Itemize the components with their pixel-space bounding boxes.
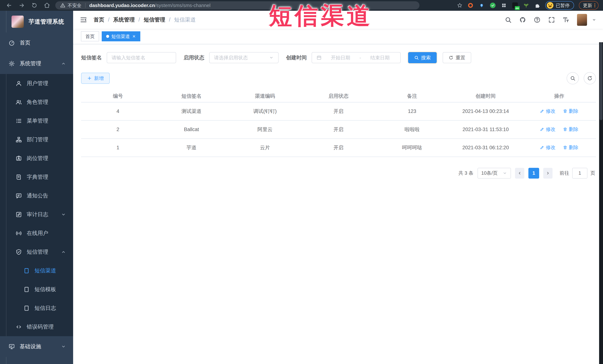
edit-label: 修改 [546,108,556,114]
page-scrollbar[interactable] [599,42,603,364]
browser-home-icon[interactable] [44,2,50,9]
date-start-placeholder[interactable]: 开始日期 [325,55,357,61]
tab-label: 短信渠道 [111,33,130,40]
search-button[interactable]: 搜索 [408,52,437,63]
date-filter-label: 创建时间 [286,54,307,61]
top-navbar: 首页 / 系统管理 / 短信管理 / 短信渠道 [73,11,603,29]
extension-location-pin-icon[interactable] [478,2,485,9]
add-button[interactable]: 新增 [81,73,110,84]
cell-sign: Ballcat [155,120,228,139]
help-icon[interactable] [533,16,541,23]
sidebar-item-home[interactable]: 首页 [0,33,73,53]
sidebar-item-label: 通知公告 [27,192,48,199]
sidebar-item-sms-log[interactable]: 短信日志 [0,299,73,318]
edit-link[interactable]: 修改 [540,144,556,151]
tab-home[interactable]: 首页 [81,31,99,41]
font-size-icon[interactable] [563,16,569,23]
bookmark-star-icon[interactable] [457,3,463,8]
trash-icon [563,109,567,113]
date-end-placeholder[interactable]: 结束日期 [364,55,396,61]
sidebar-item-sms-template[interactable]: 短信模板 [0,280,73,299]
book-icon [16,174,22,180]
next-page-button[interactable] [543,168,553,178]
table-row: 4 测试渠道 调试(钉钉) 开启 123 2021-04-13 00:23:14… [81,102,596,120]
sidebar-item-posts[interactable]: 岗位管理 [0,149,73,168]
extension-green-check-icon[interactable] [490,2,496,9]
page-size-label: 10条/页 [481,170,498,176]
sidebar-item-audit-log[interactable]: 审计日志 [0,205,73,224]
address-divider [85,3,86,8]
address-bar[interactable]: 不安全 dashboard.yudao.iocoder.cn/system/sm… [55,1,419,10]
sidebar-item-menus[interactable]: 菜单管理 [0,111,73,130]
sidebar-item-dictionary[interactable]: 字典管理 [0,168,73,186]
status-select[interactable]: 请选择启用状态 [209,52,278,63]
date-range-picker[interactable]: 开始日期 - 结束日期 [312,52,401,63]
table-header-row: 编号 短信签名 渠道编码 启用状态 备注 创建时间 操作 [81,90,596,102]
prev-page-button[interactable] [515,168,524,178]
sidebar-item-sms-channel[interactable]: 短信渠道 [0,261,73,280]
sidebar-item-label: 首页 [20,39,30,46]
sign-input[interactable] [112,55,171,61]
page-number-1[interactable]: 1 [528,168,539,178]
cell-code: 云片 [228,139,302,157]
reset-button[interactable]: 重置 [443,52,471,63]
goto-page-input[interactable] [572,168,587,178]
page-content: 短信签名 启用状态 请选择启用状态 创建时间 开始日期 - 结束日期 [73,52,603,178]
sidebar-item-sms[interactable]: 短信管理 [0,243,73,261]
extension-dark-app-icon[interactable]: on [512,2,518,9]
breadcrumb-sms[interactable]: 短信管理 [144,16,165,23]
delete-link[interactable]: 删除 [563,126,579,132]
sidebar-item-label: 短信日志 [35,305,56,312]
github-icon[interactable] [519,16,526,23]
user-avatar[interactable] [577,14,587,26]
extensions-puzzle-icon[interactable] [534,2,540,9]
edit-link[interactable]: 修改 [540,126,556,132]
trash-icon [563,145,567,150]
sidebar-item-infrastructure[interactable]: 基础设施 [0,336,73,357]
edit-label: 修改 [546,144,556,151]
extension-orange-ring-icon[interactable] [467,2,474,9]
profile-paused-pill[interactable]: 已暂停 [545,1,574,10]
reset-button-label: 重置 [456,55,465,61]
sidebar-item-notices[interactable]: 通知公告 [0,186,73,205]
extension-sprout-icon[interactable] [523,2,529,9]
browser-update-button[interactable]: 更新 [579,1,599,10]
sidebar-item-system[interactable]: 系统管理 [0,53,73,74]
cell-remark: 123 [375,102,449,120]
extension-grid-icon[interactable] [501,2,507,9]
sidebar-item-roles[interactable]: 角色管理 [0,93,73,111]
back-icon[interactable] [6,2,12,9]
edit-link[interactable]: 修改 [540,108,556,114]
reload-icon[interactable] [31,2,37,9]
avatar-caret-down-icon[interactable] [592,18,596,22]
breadcrumb-separator: / [169,17,170,23]
sidebar-item-users[interactable]: 用户管理 [0,74,73,93]
cell-status: 开启 [302,102,375,120]
url-host: dashboard.yudao.iocoder.cn [89,3,155,8]
tags-view-bar: 首页 短信渠道 [73,29,603,44]
page-size-select[interactable]: 10条/页 [477,168,511,178]
toggle-search-button[interactable] [567,72,579,84]
cell-status: 开启 [302,139,375,157]
scrollbar-thumb[interactable] [600,42,603,120]
sidebar-item-departments[interactable]: 部门管理 [0,130,73,149]
tab-sms-channel[interactable]: 短信渠道 [102,31,140,41]
sign-filter-label: 短信签名 [81,54,102,61]
browser-menu-dots-icon[interactable] [594,2,596,8]
sidebar-item-error-codes[interactable]: 错误码管理 [0,318,73,336]
search-icon[interactable] [505,16,512,23]
cell-actions: 修改 删除 [522,120,596,139]
close-tab-icon[interactable] [132,34,136,38]
breadcrumb-home[interactable]: 首页 [93,16,104,23]
sidebar-menu: 首页 系统管理 用户管理 角色管理 菜单管理 [0,33,73,357]
refresh-table-button[interactable] [584,72,596,84]
delete-link[interactable]: 删除 [563,108,579,114]
fullscreen-icon[interactable] [548,16,555,23]
sidebar-item-online-users[interactable]: 在线用户 [0,224,73,243]
sidebar-item-label: 错误码管理 [27,323,54,331]
delete-link[interactable]: 删除 [563,144,579,151]
sidebar-collapse-icon[interactable] [80,16,87,23]
breadcrumb-system[interactable]: 系统管理 [113,16,135,23]
delete-label: 删除 [569,144,579,151]
forward-icon[interactable] [19,2,25,9]
